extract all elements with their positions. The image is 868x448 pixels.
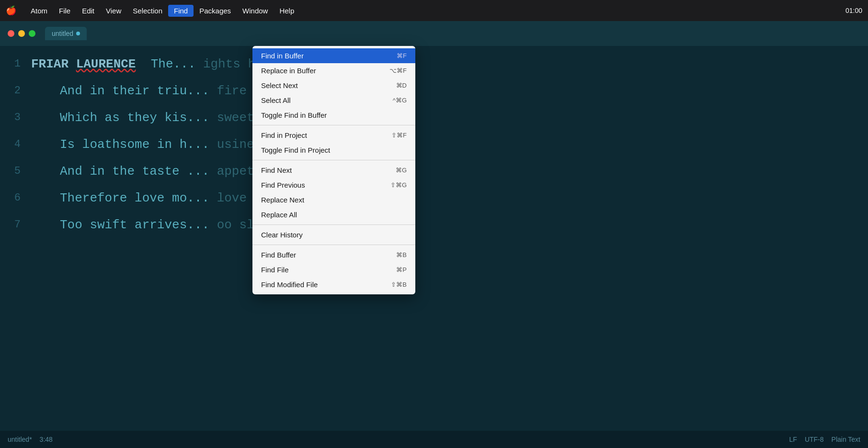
statusbar-left: untitled* 3:48 <box>8 436 53 443</box>
menu-time: 01:00 <box>845 7 862 14</box>
dropdown-label-find-in-buffer: Find in Buffer <box>261 52 304 60</box>
separator-1 <box>252 125 415 125</box>
menu-atom[interactable]: Atom <box>25 5 53 17</box>
statusbar-encoding: UTF-8 <box>805 436 824 443</box>
dropdown-shortcut-find-modified-file: ⇧⌘B <box>391 281 407 288</box>
tab-untitled[interactable]: untitled <box>45 27 87 40</box>
statusbar-line-ending: LF <box>789 436 797 443</box>
dropdown-label-find-next: Find Next <box>261 166 292 174</box>
editor[interactable]: 1 2 3 4 5 6 7 FRIAR LAURENCE The... ight… <box>0 46 868 431</box>
dropdown-item-toggle-find-in-buffer[interactable]: Toggle Find in Buffer <box>252 108 415 123</box>
dropdown-item-select-all[interactable]: Select All ^⌘G <box>252 93 415 108</box>
menubar-right: 01:00 <box>845 7 862 14</box>
dropdown-shortcut-find-buffer: ⌘B <box>396 251 407 258</box>
menu-window[interactable]: Window <box>237 5 274 17</box>
dropdown-label-toggle-find-in-project: Toggle Find in Project <box>261 146 330 154</box>
dropdown-label-find-file: Find File <box>261 266 289 274</box>
dropdown-shortcut-select-next: ⌘D <box>396 82 407 89</box>
menu-edit[interactable]: Edit <box>76 5 100 17</box>
dropdown-item-select-next[interactable]: Select Next ⌘D <box>252 78 415 93</box>
dropdown-shortcut-replace-in-buffer: ⌥⌘F <box>389 67 407 74</box>
dropdown-label-select-all: Select All <box>261 96 291 104</box>
menu-help[interactable]: Help <box>274 5 300 17</box>
dropdown-item-replace-next[interactable]: Replace Next <box>252 192 415 207</box>
dropdown-item-find-next[interactable]: Find Next ⌘G <box>252 163 415 178</box>
menu-view[interactable]: View <box>100 5 127 17</box>
dropdown-label-replace-in-buffer: Replace in Buffer <box>261 67 316 75</box>
line-numbers: 1 2 3 4 5 6 7 <box>0 51 26 426</box>
dropdown-item-find-previous[interactable]: Find Previous ⇧⌘G <box>252 178 415 192</box>
editor-line-5: And in the taste ... appetite: <box>31 158 868 185</box>
separator-2 <box>252 160 415 160</box>
dropdown-label-toggle-find-in-buffer: Toggle Find in Buffer <box>261 111 327 119</box>
dropdown-label-find-in-project: Find in Project <box>261 131 307 139</box>
separator-3 <box>252 224 415 225</box>
dropdown-label-replace-next: Replace Next <box>261 196 304 204</box>
dropdown-label-clear-history: Clear History <box>261 231 303 239</box>
window-controls <box>8 30 35 37</box>
dropdown-item-toggle-find-in-project[interactable]: Toggle Find in Project <box>252 143 415 157</box>
dropdown-item-replace-in-buffer[interactable]: Replace in Buffer ⌥⌘F <box>252 63 415 78</box>
maximize-button[interactable] <box>29 30 35 37</box>
dropdown-shortcut-find-in-buffer: ⌘F <box>397 52 407 59</box>
statusbar-filename: untitled* <box>8 436 32 443</box>
dropdown-item-find-modified-file[interactable]: Find Modified File ⇧⌘B <box>252 277 415 292</box>
dropdown-shortcut-find-file: ⌘P <box>396 266 407 273</box>
menubar: 🍎 Atom File Edit View Selection Find Pac… <box>0 0 868 21</box>
statusbar-syntax: Plain Text <box>832 436 860 443</box>
dropdown-shortcut-find-next: ⌘G <box>396 167 407 174</box>
menu-selection[interactable]: Selection <box>127 5 168 17</box>
editor-line-7: Too swift arrives... oo slow. <box>31 212 868 238</box>
keyword-friar: FRIAR <box>31 51 69 78</box>
tab-label: untitled <box>52 30 73 37</box>
statusbar-position: 3:48 <box>40 436 53 443</box>
dropdown-label-find-modified-file: Find Modified File <box>261 280 318 289</box>
menubar-left: 🍎 Atom File Edit View Selection Find Pac… <box>6 5 300 17</box>
dropdown-shortcut-select-all: ^⌘G <box>393 97 407 104</box>
dropdown-label-find-buffer: Find Buffer <box>261 251 296 259</box>
dropdown-item-clear-history[interactable]: Clear History <box>252 227 415 242</box>
menu-file[interactable]: File <box>53 5 76 17</box>
dropdown-shortcut-find-in-project: ⇧⌘F <box>391 132 407 139</box>
editor-line-1: FRIAR LAURENCE The... ights have violent… <box>31 51 868 78</box>
minimize-button[interactable] <box>18 30 25 37</box>
statusbar: untitled* 3:48 LF UTF-8 Plain Text <box>0 431 868 448</box>
menu-find[interactable]: Find <box>168 5 194 17</box>
apple-menu[interactable]: 🍎 <box>6 5 16 16</box>
dropdown-label-select-next: Select Next <box>261 81 298 90</box>
dropdown-shortcut-find-previous: ⇧⌘G <box>390 181 407 189</box>
dropdown-label-find-previous: Find Previous <box>261 181 305 189</box>
dropdown-item-replace-all[interactable]: Replace All <box>252 207 415 222</box>
menu-packages[interactable]: Packages <box>194 5 237 17</box>
find-menu-dropdown: Find in Buffer ⌘F Replace in Buffer ⌥⌘F … <box>252 46 415 294</box>
editor-line-2: And in their triu... fire and powder, <box>31 78 868 104</box>
keyword-laurence: LAURENCE <box>76 51 136 78</box>
dropdown-item-find-in-project[interactable]: Find in Project ⇧⌘F <box>252 128 415 143</box>
separator-4 <box>252 245 415 245</box>
dropdown-item-find-in-buffer[interactable]: Find in Buffer ⌘F <box>252 48 415 63</box>
close-button[interactable] <box>8 30 14 37</box>
tab-modified-indicator <box>76 32 80 35</box>
editor-line-4: Is loathsome in h... usiness <box>31 131 868 158</box>
dropdown-item-find-file[interactable]: Find File ⌘P <box>252 262 415 277</box>
titlebar: untitled <box>0 21 868 46</box>
dropdown-label-replace-all: Replace All <box>261 211 297 219</box>
editor-line-3: Which as they kis... sweetest honey <box>31 104 868 131</box>
dropdown-item-find-buffer[interactable]: Find Buffer ⌘B <box>252 247 415 262</box>
statusbar-right: LF UTF-8 Plain Text <box>789 436 860 443</box>
editor-line-6: Therefore love mo... love doth so; <box>31 185 868 212</box>
editor-text[interactable]: FRIAR LAURENCE The... ights have violent… <box>26 51 868 426</box>
